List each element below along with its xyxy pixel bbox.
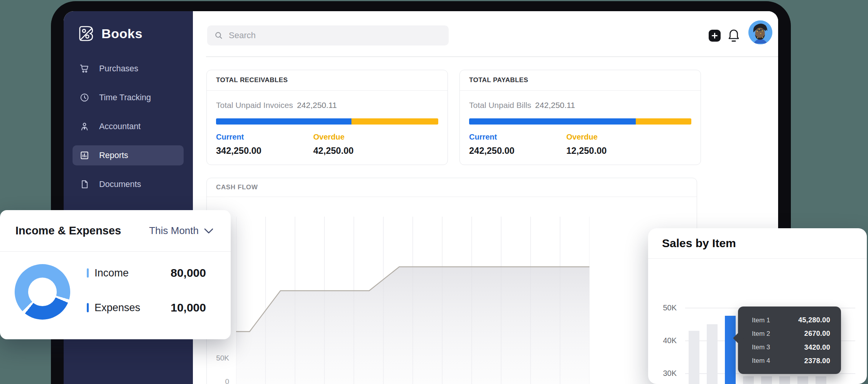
overdue-segment: [636, 118, 691, 125]
legend-row-expenses: Expenses 10,000: [87, 301, 206, 314]
y-axis-label: 40K: [657, 336, 677, 345]
expenses-tick-icon: [87, 303, 89, 312]
search-input[interactable]: [228, 30, 442, 41]
brand: Books: [77, 24, 142, 43]
cart-icon: [79, 64, 90, 74]
overdue-label: Overdue: [313, 133, 410, 141]
add-new-button[interactable]: [709, 30, 721, 42]
sidebar-item-accountant[interactable]: Accountant: [73, 116, 184, 136]
current-segment: [216, 118, 351, 125]
current-value: 342,250.00: [216, 146, 313, 156]
bar-chart-icon: [79, 150, 90, 160]
chevron-down-icon: [204, 228, 214, 234]
notifications-bell-icon[interactable]: [728, 29, 740, 43]
sidebar-item-label: Time Tracking: [99, 93, 151, 103]
sidebar-item-time-tracking[interactable]: Time Tracking: [73, 88, 184, 108]
topbar-divider: [206, 56, 778, 57]
current-value: 242,250.00: [469, 146, 566, 156]
sales-bar-chart: Item 1 45,280.00 Item 2 2670.00 Item 3 3…: [648, 258, 867, 384]
legend-row-income: Income 80,000: [87, 266, 206, 280]
receivables-split-bar: [216, 118, 438, 125]
tooltip-row: Item 3 3420.00: [752, 344, 830, 352]
y-axis-label-50k: 50K: [207, 354, 229, 362]
sidebar-item-label: Purchases: [99, 64, 138, 74]
income-tick-icon: [87, 268, 89, 278]
income-expenses-donut-chart[interactable]: [15, 264, 70, 320]
current-label: Current: [469, 133, 566, 141]
y-axis-label-0: 0: [207, 377, 229, 384]
unpaid-summary: Total Unpaid Invoices242,250.11: [216, 101, 438, 110]
sidebar-item-reports[interactable]: Reports: [73, 145, 184, 165]
clock-icon: [79, 93, 90, 103]
sidebar-item-label: Documents: [99, 180, 141, 189]
tooltip-row: Item 1 45,280.00: [752, 316, 830, 324]
bar[interactable]: [761, 376, 772, 384]
income-expenses-legend: Income 80,000 Expenses 10,000: [87, 266, 206, 314]
books-logo-icon: [77, 24, 96, 43]
brand-name: Books: [101, 26, 142, 41]
card-title: Sales by Item: [648, 228, 867, 258]
overdue-value: 12,250.00: [566, 146, 664, 156]
sidebar-item-documents[interactable]: Documents: [73, 174, 184, 194]
bar[interactable]: [689, 331, 699, 384]
tooltip-row: Item 4 2378.00: [752, 357, 830, 365]
unpaid-summary: Total Unpaid Bills242,250.11: [469, 101, 691, 110]
bar[interactable]: [707, 324, 718, 384]
income-expenses-header: Income & Expenses This Month: [0, 210, 231, 252]
card-title: TOTAL RECEIVABLES: [207, 70, 448, 91]
user-avatar[interactable]: [748, 20, 772, 44]
card-title: Income & Expenses: [15, 210, 121, 251]
income-expenses-card: Income & Expenses This Month Income 80,0…: [0, 210, 231, 339]
sidebar-nav: Purchases Time Tracking: [73, 59, 184, 203]
card-title: TOTAL PAYABLES: [460, 70, 701, 91]
chart-tooltip: Item 1 45,280.00 Item 2 2670.00 Item 3 3…: [738, 307, 841, 374]
search-icon: [214, 31, 223, 40]
y-axis-label: 50K: [657, 303, 677, 312]
card-title: CASH FLOW: [207, 178, 697, 197]
bar[interactable]: [816, 376, 826, 384]
bar-highlighted[interactable]: [725, 316, 736, 384]
expenses-value: 10,000: [171, 301, 206, 314]
sales-by-item-header: Sales by Item: [648, 228, 867, 259]
sidebar-item-label: Accountant: [99, 122, 141, 131]
cash-flow-area-chart: [236, 217, 589, 384]
bar[interactable]: [797, 376, 808, 384]
sidebar-item-label: Reports: [99, 151, 128, 160]
sales-by-item-card: Sales by Item Item 1 45,280.00 Item 2 26…: [648, 228, 867, 384]
total-receivables-card: TOTAL RECEIVABLES Total Unpaid Invoices2…: [206, 70, 448, 165]
total-payables-card: TOTAL PAYABLES Total Unpaid Bills242,250…: [459, 70, 701, 165]
expenses-label: Expenses: [95, 302, 140, 314]
search-bar[interactable]: [207, 25, 449, 45]
overdue-value: 42,250.00: [313, 146, 410, 156]
tooltip-row: Item 2 2670.00: [752, 330, 830, 338]
bar[interactable]: [743, 376, 754, 384]
overdue-segment: [351, 118, 438, 125]
y-axis-label: 30K: [657, 369, 677, 378]
period-dropdown[interactable]: This Month: [149, 210, 214, 251]
current-label: Current: [216, 133, 313, 141]
payables-split-bar: [469, 118, 691, 125]
period-value: This Month: [149, 225, 199, 237]
accountant-icon: [79, 121, 90, 131]
income-value: 80,000: [171, 266, 206, 280]
income-label: Income: [95, 267, 129, 279]
current-segment: [469, 118, 636, 125]
bar[interactable]: [779, 376, 790, 384]
document-icon: [79, 179, 90, 189]
overdue-label: Overdue: [566, 133, 664, 141]
sidebar-item-purchases[interactable]: Purchases: [73, 59, 184, 79]
cash-flow-card: CASH FLOW 50K 0: [206, 178, 697, 384]
